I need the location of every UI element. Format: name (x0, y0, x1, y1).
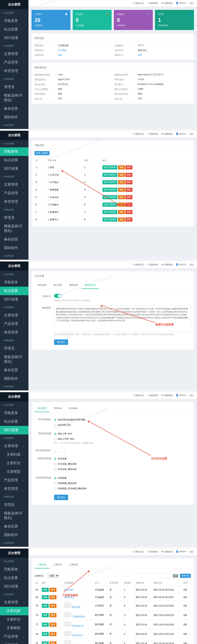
sidebar-item[interactable]: 单页管理 (0, 198, 28, 206)
sidebar-item[interactable]: 备份还原 (0, 235, 28, 244)
menu-group-head[interactable]: ≡ 内容管理 (0, 42, 28, 50)
sidebar-subitem[interactable]: 文章栏目 (0, 615, 28, 624)
sidebar-item[interactable]: 文章管理∨ (0, 180, 28, 189)
tab[interactable]: Sitemap (50, 405, 65, 412)
seo-sep-input[interactable] (54, 448, 65, 452)
sidebar-item[interactable]: 国际组件 (0, 374, 28, 383)
menu-group-head[interactable]: ≡ 站点管理 (0, 140, 28, 147)
tab[interactable]: 文章栏目 (50, 562, 65, 568)
sidebar-item[interactable]: 产品管理∨ (0, 476, 28, 484)
menu-group-head[interactable]: ≡ 站点管理 (0, 402, 28, 409)
sidebar-item[interactable]: 产品管理∨ (0, 632, 28, 641)
submit-button[interactable]: 确认提交 (54, 495, 68, 500)
menu-group-head[interactable]: ≡ 内容管理 (0, 173, 28, 180)
sidebar-item[interactable]: 产品管理∨ (0, 58, 28, 67)
tab[interactable]: 友情链接 (66, 405, 80, 412)
sidebar-item[interactable]: 模板选择(可视化) (0, 353, 28, 366)
sidebar-item[interactable]: SEO设置 (0, 295, 28, 304)
sidebar-item[interactable]: 站点设置 (0, 417, 28, 426)
sidebar-item[interactable]: 文章管理∨ (0, 442, 28, 450)
sidebar-item[interactable]: 产品管理∨ (0, 320, 28, 328)
sidebar-item[interactable]: 站点设置 (0, 574, 28, 582)
sidebar-subitem[interactable]: 文章栏目 (0, 459, 28, 468)
menu-group-head[interactable]: ≡ 网站选项 (0, 206, 28, 214)
sidebar-subitem[interactable]: 文章模型 (0, 468, 28, 476)
sidebar-item[interactable]: SEO设置 (0, 582, 28, 591)
sidebar-item[interactable]: 文章管理∨ (0, 598, 28, 607)
menu-group-head[interactable]: ≡ 内容管理 (0, 304, 28, 311)
menu-group-head[interactable]: ≡ 站点管理 (0, 271, 28, 278)
tab[interactable]: 通用设置 (66, 282, 81, 289)
sidebar-subitem[interactable]: 文章模型 (0, 624, 28, 632)
category-select[interactable]: 全部 (47, 574, 59, 578)
tab[interactable]: 基本设置 (34, 282, 50, 289)
sidebar-item[interactable]: 管理员 (0, 344, 28, 353)
sidebar-item[interactable]: 国际组件 (0, 531, 28, 539)
sidebar-item[interactable]: 导航菜单 (0, 278, 28, 287)
menu-group-head[interactable]: ≡ 插件应用 (0, 383, 28, 390)
sidebar-item[interactable]: 管理员 (0, 83, 28, 91)
submit-button[interactable]: 确认提交 (54, 340, 68, 345)
menu-group-head[interactable]: ≡ 内容管理 (0, 434, 28, 442)
sidebar-subitem[interactable]: 文章列表 (0, 450, 28, 459)
sidebar-item[interactable]: 产品管理∨ (0, 189, 28, 198)
sidebar-item[interactable]: 管理员 (0, 500, 28, 509)
sidebar-item[interactable]: 导航菜单 (0, 565, 28, 574)
sidebar-item[interactable]: 单页管理 (0, 641, 28, 644)
sidebar-item[interactable]: 站点设置 (0, 156, 28, 164)
sidebar-item[interactable]: SEO设置 (0, 164, 28, 173)
sidebar-item[interactable]: 备份还原 (0, 366, 28, 374)
menu-group-head[interactable]: ≡ 站点管理 (0, 9, 28, 17)
sensitive-words-textarea[interactable]: 国家级|国际级|世界级|千万级|百万级|星级|超级|巨星|黄金|史上第一|一流|… (54, 306, 191, 332)
sidebar-item[interactable]: 备份还原 (0, 522, 28, 531)
sidebar-item[interactable]: 导航菜单 (0, 17, 28, 25)
sidebar-item[interactable]: 备份还原 (0, 104, 28, 113)
sidebar-item[interactable]: 文章管理∨ (0, 50, 28, 58)
sidebar-item[interactable]: 站点设置 (0, 287, 28, 295)
sidebar-item[interactable]: 文章管理∨ (0, 311, 28, 320)
sidebar-item[interactable]: 模板选择(可视化) (0, 222, 28, 235)
menu-group-head[interactable]: ≡ 站点管理 (0, 558, 28, 565)
sidebar-item[interactable]: 导航菜单 (0, 409, 28, 417)
menu-group-head[interactable]: ≡ 内容管理 (0, 591, 28, 598)
radio (54, 458, 56, 460)
tab[interactable]: 文章模型 (66, 562, 81, 568)
topbar-clear[interactable]: ✎ 清除缓存 (147, 2, 158, 5)
sidebar-item[interactable]: 导航菜单 (0, 147, 28, 156)
search-button[interactable]: 🔍 (173, 574, 178, 578)
menu-group-head[interactable]: ≡ 插件应用 (0, 539, 28, 547)
sidebar-item[interactable]: 单页管理 (0, 484, 28, 493)
tab[interactable]: SEO配置 (34, 405, 50, 412)
tab[interactable]: 核心设置 (50, 282, 65, 289)
add-content-button[interactable]: 发布内容 (180, 574, 191, 578)
menu-group-head[interactable]: ≡ 插件应用 (0, 252, 28, 260)
sidebar-subitem[interactable]: 文章列表 (0, 607, 28, 615)
sidebar-item[interactable]: 单页管理 (0, 328, 28, 337)
menu-group-head[interactable]: ≡ 网站选项 (0, 493, 28, 500)
topbar-perm[interactable]: ⚑ 权限检查 (161, 2, 173, 5)
sidebar-item[interactable]: 国际组件 (0, 244, 28, 252)
tab[interactable]: 文章列表 (34, 562, 50, 568)
tab[interactable]: 敏感词过滤 (82, 282, 99, 289)
sidebar-item[interactable]: SEO设置 (0, 34, 28, 42)
topbar-logout[interactable]: 退出 (190, 2, 194, 5)
sidebar-item[interactable]: 站点设置 (0, 25, 28, 34)
add-menu-button[interactable]: 添加一级菜单 (34, 151, 50, 155)
stat-card: 友链统计 🔗0待审友链 (114, 10, 153, 30)
search-input[interactable] (140, 574, 171, 578)
sidebar-item[interactable]: 模板选择(可视化) (0, 509, 28, 522)
sidebar-item[interactable]: 模板选择(可视化) (0, 91, 28, 104)
sidebar-item[interactable]: 管理员 (0, 214, 28, 222)
menu-group-head[interactable]: ≡ 网站选项 (0, 337, 28, 344)
stat-card: 文章统计 📄26文章数量 (32, 10, 70, 30)
table-row: 5 └ 企业文化5添加下级菜单 编辑 删除 (34, 194, 191, 201)
topbar-home[interactable]: ◎ 网站首页 (133, 2, 144, 5)
table-row: 76编辑 删除 休息等待区图片新闻否42021-10-142021-10-14 … (34, 629, 191, 639)
filter-toggle[interactable] (54, 294, 62, 298)
sidebar-item[interactable]: 国际组件 (0, 113, 28, 122)
sidebar-item[interactable]: SEO设置 (0, 426, 28, 434)
menu-group-head[interactable]: ≡ 网站选项 (0, 75, 28, 83)
topbar-user[interactable]: 👤 admin∨ (176, 2, 186, 5)
sidebar-item[interactable]: 单页管理 (0, 67, 28, 75)
menu-group-head[interactable]: ≡ 插件应用 (0, 122, 28, 129)
